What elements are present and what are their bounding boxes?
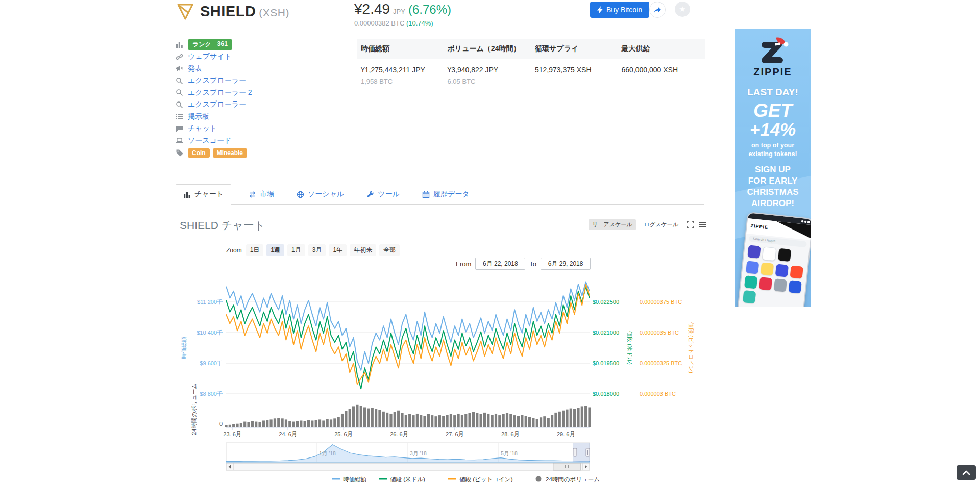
- log-scale-button[interactable]: ログスケール: [641, 219, 682, 230]
- volume-bar: [360, 406, 362, 427]
- volume-bar: [311, 420, 313, 427]
- globe-icon: [297, 191, 304, 198]
- chart-menu-icon[interactable]: [699, 221, 706, 228]
- usd-axis-tick: $0.022500: [593, 299, 619, 305]
- stats-header: ボリューム（24時間）: [444, 44, 531, 54]
- phone-app-icon: [743, 290, 756, 303]
- legend-item[interactable]: 値段 (ビットコイン): [448, 476, 513, 482]
- marketcap-axis-tick: $9 600千: [200, 360, 223, 366]
- sidebar-link[interactable]: ソースコード: [188, 136, 231, 145]
- tab-item[interactable]: 履歴データ: [415, 185, 477, 204]
- share-button[interactable]: [649, 2, 666, 18]
- tag-badges: CoinMineable: [188, 148, 250, 157]
- tag-badge[interactable]: Coin: [188, 148, 210, 158]
- link-icon: [176, 53, 183, 61]
- volume-bar: [333, 418, 336, 427]
- volume-bar: [588, 407, 591, 427]
- phone-app-icon: [788, 280, 801, 293]
- volume-bar: [581, 406, 583, 427]
- linear-scale-button[interactable]: リニアスケール: [589, 219, 636, 230]
- sidebar-link[interactable]: エクスプローラー 2: [188, 88, 252, 97]
- zoom-range-button[interactable]: 1週: [266, 244, 284, 256]
- sidebar-link[interactable]: 発表: [188, 64, 202, 73]
- zoom-range-button[interactable]: 1日: [246, 244, 264, 256]
- volume-bar: [307, 420, 310, 427]
- ad-get-text: GET: [735, 101, 811, 120]
- volume-bar: [547, 418, 550, 427]
- tab-label: ツール: [378, 190, 400, 199]
- legend-swatch: [332, 478, 340, 480]
- watchlist-star-button[interactable]: ★: [675, 2, 690, 17]
- legend-label: 時価総額: [343, 476, 367, 482]
- volume-bar: [371, 408, 374, 427]
- volume-bar: [304, 421, 306, 427]
- volume-bar: [472, 412, 475, 427]
- fullscreen-icon[interactable]: [687, 221, 694, 228]
- volume-bar: [382, 412, 385, 427]
- volume-bar: [240, 423, 242, 427]
- volume-bar: [251, 421, 254, 427]
- tab-item[interactable]: 市場: [241, 185, 281, 204]
- chart-range-controls: From To: [456, 258, 591, 270]
- exchange-icon: [249, 191, 256, 198]
- calendar-icon: [422, 191, 430, 198]
- from-date-input[interactable]: [475, 258, 525, 270]
- tag-badge[interactable]: Mineable: [213, 148, 247, 158]
- volume-bar: [453, 415, 456, 427]
- sidebar-link[interactable]: チャット: [188, 124, 217, 133]
- volume-bar: [498, 415, 501, 427]
- phone-app-grid: [739, 243, 810, 307]
- volume-bar: [513, 415, 516, 427]
- buy-bitcoin-button[interactable]: Buy Bitcoin: [590, 2, 649, 18]
- usd-axis-tick: $0.018000: [593, 391, 619, 397]
- to-date-input[interactable]: [541, 258, 591, 270]
- scroll-to-top-button[interactable]: [957, 465, 976, 480]
- volume-bar: [412, 415, 414, 427]
- x-axis-label: 25. 6月: [334, 431, 352, 437]
- volume-bar: [315, 420, 317, 427]
- volume-bar: [480, 414, 482, 427]
- phone-brand-text: ZIPPIE: [750, 223, 768, 231]
- sidebar-link[interactable]: エクスプローラー: [188, 76, 246, 85]
- legend-item[interactable]: 時価総額: [332, 476, 367, 482]
- volume-bar: [528, 417, 531, 427]
- sidebar-link[interactable]: エクスプローラー: [188, 100, 246, 109]
- price-change-percent: (6.76%): [408, 3, 451, 17]
- laptop-icon: [176, 137, 183, 144]
- zippie-ad-banner[interactable]: ZIPPIE LAST DAY! GET +14% on top of your…: [735, 29, 811, 307]
- volume-bar: [461, 415, 463, 427]
- tab-active[interactable]: チャート: [176, 184, 231, 205]
- volume-bar: [262, 420, 265, 427]
- legend-item[interactable]: 24時間のボリューム: [536, 476, 600, 482]
- x-axis-label: 29. 6月: [557, 431, 575, 437]
- legend-label: 値段 (ビットコイン): [459, 476, 513, 482]
- volume-bar: [446, 415, 448, 427]
- volume-axis-tick: 0: [219, 421, 223, 427]
- zoom-range-button[interactable]: 3月: [308, 244, 326, 256]
- zoom-range-button[interactable]: 年初来: [350, 244, 376, 256]
- price-chart[interactable]: $11 200千$10 400千$9 600千$8 800千$0.022500$…: [179, 275, 709, 483]
- sidebar-item: 掲示板: [176, 111, 344, 123]
- tab-item[interactable]: ツール: [359, 185, 407, 204]
- volume-bar: [296, 421, 299, 427]
- volume-bar: [502, 414, 505, 427]
- volume-bar: [389, 414, 392, 427]
- sidebar-link[interactable]: 掲示板: [188, 112, 209, 121]
- marketcap-axis-title: 時価総額: [181, 337, 187, 359]
- tab-item[interactable]: ソーシャル: [289, 185, 351, 204]
- scrollbar-track[interactable]: [226, 463, 590, 470]
- volume-bar: [476, 413, 478, 427]
- navigator-label: 5月 '18: [501, 450, 518, 456]
- zoom-range-button[interactable]: 1年: [329, 244, 347, 256]
- stats-value-cell: 512,973,375 XSH: [531, 66, 618, 85]
- volume-bar: [509, 414, 512, 427]
- legend-item[interactable]: 値段 (米ドル): [379, 476, 425, 482]
- zoom-range-button[interactable]: 1月: [287, 244, 305, 256]
- chart-title-word: チャート: [222, 219, 265, 231]
- page-title: SHIELD(XSH): [200, 3, 289, 20]
- sidebar-link[interactable]: ウェブサイト: [188, 52, 232, 61]
- zoom-range-button[interactable]: 全部: [379, 244, 400, 256]
- ad-brand-text: ZIPPIE: [735, 66, 811, 78]
- zoom-buttons: 1日1週1月3月1年年初来全部: [246, 244, 400, 256]
- sidebar-item: エクスプローラー 2: [176, 87, 344, 99]
